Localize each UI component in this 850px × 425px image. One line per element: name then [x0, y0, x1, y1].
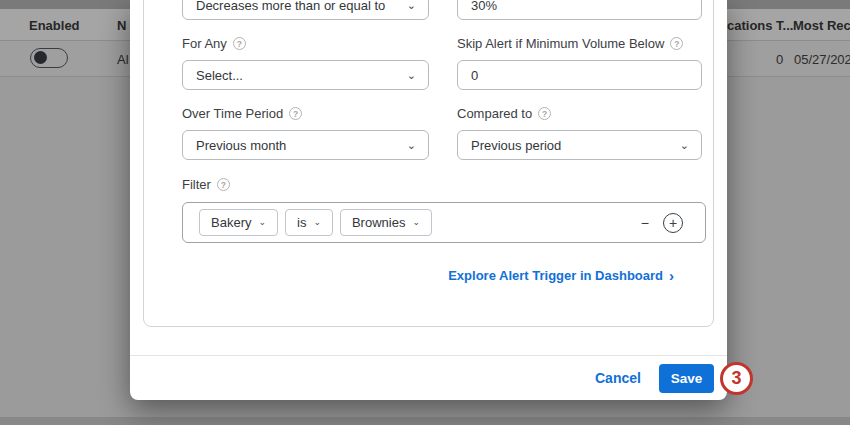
- chevron-down-icon: ⌄: [407, 70, 416, 81]
- condition-select[interactable]: Decreases more than or equal to ⌄: [182, 0, 429, 20]
- minimum-volume-input[interactable]: [457, 60, 702, 90]
- compared-to-label-text: Compared to: [457, 106, 532, 121]
- over-time-period-label: Over Time Period ?: [182, 106, 302, 121]
- help-icon[interactable]: ?: [233, 37, 246, 50]
- filter-label-text: Filter: [182, 177, 211, 192]
- filter-value-pill[interactable]: Brownies ⌄: [340, 209, 432, 236]
- add-filter-icon[interactable]: +: [663, 213, 683, 233]
- chevron-down-icon: ⌄: [407, 0, 416, 11]
- compared-to-select[interactable]: Previous period ⌄: [457, 130, 702, 160]
- over-time-period-select[interactable]: Previous month ⌄: [182, 130, 429, 160]
- for-any-label: For Any ?: [182, 36, 246, 51]
- page: Enabled N cations T... Most Rec Al 0 05/…: [0, 0, 850, 425]
- for-any-select-value: Select...: [196, 68, 243, 83]
- filter-value-value: Brownies: [352, 215, 405, 230]
- chevron-down-icon: ⌄: [258, 218, 266, 227]
- over-time-period-select-value: Previous month: [196, 138, 286, 153]
- chevron-right-icon: ›: [669, 268, 674, 283]
- help-icon[interactable]: ?: [670, 37, 683, 50]
- help-icon[interactable]: ?: [289, 107, 302, 120]
- skip-alert-label: Skip Alert if Minimum Volume Below ?: [457, 36, 683, 51]
- cancel-button[interactable]: Cancel: [595, 370, 641, 386]
- over-time-period-label-text: Over Time Period: [182, 106, 283, 121]
- explore-alert-trigger-link[interactable]: Explore Alert Trigger in Dashboard ›: [448, 268, 674, 283]
- help-icon[interactable]: ?: [217, 178, 230, 191]
- filter-builder: Bakery ⌄ is ⌄ Brownies ⌄ − +: [182, 202, 706, 243]
- alert-trigger-card: Decreases more than or equal to ⌄ For An…: [143, 0, 714, 327]
- save-button[interactable]: Save: [659, 364, 714, 393]
- help-icon[interactable]: ?: [538, 107, 551, 120]
- condition-select-value: Decreases more than or equal to: [196, 0, 385, 13]
- chevron-down-icon: ⌄: [680, 140, 689, 151]
- filter-field-value: Bakery: [211, 215, 251, 230]
- alert-settings-modal: Decreases more than or equal to ⌄ For An…: [130, 0, 727, 400]
- for-any-select[interactable]: Select... ⌄: [182, 60, 429, 90]
- filter-label: Filter ?: [182, 177, 230, 192]
- chevron-down-icon: ⌄: [412, 218, 420, 227]
- filter-operator-pill[interactable]: is ⌄: [285, 209, 333, 236]
- filter-operator-value: is: [297, 215, 306, 230]
- remove-filter-icon[interactable]: −: [641, 215, 649, 231]
- threshold-input[interactable]: [457, 0, 702, 20]
- skip-alert-label-text: Skip Alert if Minimum Volume Below: [457, 36, 664, 51]
- filter-field-pill[interactable]: Bakery ⌄: [199, 209, 278, 236]
- footer-divider: [130, 355, 727, 356]
- chevron-down-icon: ⌄: [313, 218, 321, 227]
- compared-to-select-value: Previous period: [471, 138, 561, 153]
- step-annotation-badge: 3: [720, 362, 753, 395]
- explore-link-text: Explore Alert Trigger in Dashboard: [448, 268, 663, 283]
- compared-to-label: Compared to ?: [457, 106, 551, 121]
- for-any-label-text: For Any: [182, 36, 227, 51]
- chevron-down-icon: ⌄: [407, 140, 416, 151]
